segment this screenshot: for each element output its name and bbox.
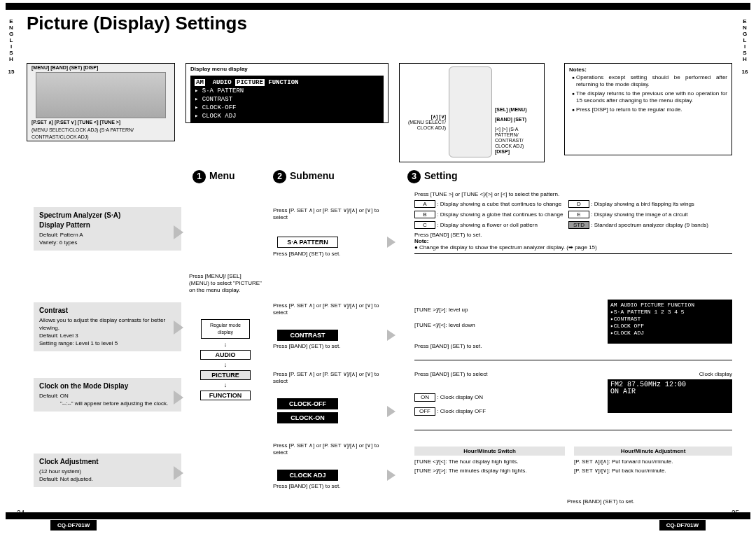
pill-clockoff: CLOCK-OFF: [277, 398, 338, 409]
contrast-down: [TUNE <]/[<]: level down: [414, 322, 475, 329]
clock-press: Press [BAND] (SET) to select: [414, 371, 512, 378]
lang-right: ENGLISH16: [738, 18, 752, 75]
hm-adjust: Hour/Minute Adjustment [P. SET ∧]/[∧]: P…: [574, 447, 732, 477]
headunit-photo: [36, 72, 166, 118]
contrast-screen: AM AUDIO PICTURE FUNCTION▸S·A PATTERN 1 …: [608, 300, 732, 344]
pill-sa-pattern: S·A PATTERN: [277, 237, 338, 248]
setting-intro: Press [TUNE >] or [TUNE <]/[>] or [<] to…: [414, 191, 732, 198]
step-2-submenu: 2Submenu: [273, 170, 335, 183]
submenu-note-3: Press [P. SET ∧] or [P. SET ∨]/[∧] or [∨…: [273, 371, 385, 385]
hm-footer: Press [BAND] (SET) to set.: [567, 498, 634, 505]
pill-clockadj: CLOCK ADJ: [277, 470, 338, 481]
menu-tag-audio: AUDIO: [200, 350, 251, 360]
remote-image: [449, 66, 492, 157]
clock-off-row: OFF : Clock display OFF: [414, 407, 486, 416]
submenu-note-1: Press [P. SET ∧] or [P. SET ∨]/[∧] or [∨…: [273, 207, 385, 221]
headunit-diagram: [MENU] [BAND] (SET) [DISP] [P.SET ∧] [P.…: [27, 63, 175, 141]
clock-screen: FM2 87.50MHz 12:00ON AIR: [608, 379, 732, 413]
hm-switch: Hour/Minute Switch [TUNE <]/[<]: The hou…: [414, 447, 565, 477]
model-left: CQ-DF701W: [50, 520, 97, 531]
display-menu-box: Display menu display AM AUDIO PICTURE FU…: [186, 63, 388, 123]
page-left: 24: [17, 510, 24, 517]
model-right: CQ-DF701W: [659, 520, 706, 531]
submenu-note-2: Press [P. SET ∧] or [P. SET ∨]/[∧] or [∨…: [273, 302, 385, 316]
submenu-set-2: Press [BAND] (SET) to set.: [273, 343, 385, 350]
feature-clockmode: Clock on the Mode Display Default: ON "-…: [34, 378, 181, 412]
menu-chain: Regular mode display ↓ AUDIO ↓ PICTURE ↓…: [189, 319, 262, 402]
pill-contrast: CONTRAST: [277, 330, 338, 341]
contrast-up: [TUNE >]/[>]: level up: [414, 307, 468, 314]
page-right: 25: [732, 510, 739, 517]
submenu-set-4: Press [BAND] (SET) to set.: [273, 483, 385, 490]
menu-instruction: Press [MENU]/ [SEL] (MENU) to select "PI…: [189, 273, 262, 294]
step-1-menu: 1Menu: [192, 170, 235, 183]
lang-left: ENGLISH ENGLISH15: [4, 18, 18, 75]
menu-tag-picture: PICTURE: [200, 370, 251, 380]
clock-on-row: ON : Clock display ON: [414, 393, 483, 402]
submenu-set-1: Press [BAND] (SET) to set.: [273, 251, 385, 258]
pattern-table: A : Display showing a cube that continue…: [414, 200, 732, 257]
step-3-setting: 3Setting: [407, 170, 457, 183]
remote-diagram: [∧] [∨](MENU SELECT/ CLOCK ADJ) [SEL] (M…: [399, 63, 545, 162]
page-title: Picture (Display) Settings: [27, 13, 247, 34]
contrast-set: Press [BAND] (SET) to set.: [414, 343, 482, 350]
feature-sa: Spectrum Analyzer (S·A) Display Pattern …: [34, 207, 181, 251]
feature-contrast: Contrast Allows you to adjust the displa…: [34, 302, 181, 351]
submenu-note-4: Press [P. SET ∧] or [P. SET ∨]/[∧] or [∨…: [273, 442, 385, 456]
notes-box: Notes: Operations except setting should …: [564, 63, 732, 155]
display-menu-screen: AM AUDIO PICTURE FUNCTION ▸ S·A PATTERN …: [190, 76, 384, 123]
clock-display-label: Clock display: [699, 371, 732, 378]
feature-clockadj: Clock Adjustment (12 hour system) Defaul…: [34, 454, 181, 487]
menu-tag-function: FUNCTION: [200, 391, 251, 400]
pill-clockon: CLOCK-ON: [277, 412, 338, 423]
